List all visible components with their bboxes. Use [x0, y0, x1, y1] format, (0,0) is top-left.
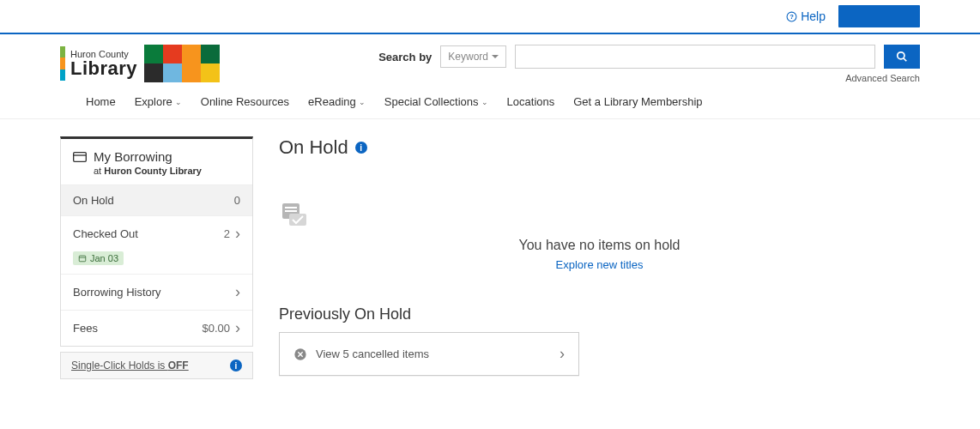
sidebar-item-label: Borrowing History — [73, 286, 161, 299]
nav-home[interactable]: Home — [86, 95, 116, 108]
sidebar-subtitle: at Huron County Library — [94, 166, 240, 176]
search-type-value: Keyword — [448, 51, 488, 63]
chevron-down-icon: ⌄ — [481, 98, 488, 106]
search-by-label: Search by — [378, 51, 432, 63]
on-hold-count: 0 — [234, 194, 240, 207]
page-title: On Hold i — [279, 136, 920, 159]
nav-special-collections[interactable]: Special Collections⌄ — [384, 95, 488, 108]
my-borrowing-panel: My Borrowing at Huron County Library On … — [60, 136, 253, 347]
account-button[interactable] — [838, 5, 920, 27]
cancelled-label: View 5 cancelled items — [316, 347, 429, 360]
view-cancelled-button[interactable]: View 5 cancelled items — [279, 332, 579, 376]
sidebar-item-on-hold[interactable]: On Hold 0 — [61, 184, 252, 215]
empty-message: You have no items on hold — [279, 238, 920, 253]
empty-holds-icon — [279, 202, 310, 229]
sidebar-item-label: On Hold — [73, 194, 114, 207]
sidebar-column: My Borrowing at Huron County Library On … — [60, 136, 253, 379]
search-area: Search by Keyword Advanced Search — [254, 45, 920, 83]
sidebar-item-label: Fees — [73, 322, 98, 335]
card-icon — [73, 152, 87, 162]
help-link[interactable]: ? Help — [786, 9, 826, 23]
chevron-down-icon: ⌄ — [359, 98, 366, 106]
svg-rect-10 — [285, 210, 297, 212]
cancel-icon — [293, 347, 307, 361]
chevron-right-icon — [235, 225, 240, 243]
single-click-label: Single-Click Holds is OFF — [71, 360, 189, 372]
sidebar-item-history[interactable]: Borrowing History — [61, 274, 252, 310]
sidebar-item-checked-out[interactable]: Checked Out 2 — [61, 215, 252, 251]
info-icon[interactable]: i — [230, 360, 242, 372]
nav-membership[interactable]: Get a Library Membership — [573, 95, 702, 108]
svg-rect-6 — [79, 256, 86, 262]
svg-rect-9 — [285, 207, 297, 208]
help-icon: ? — [786, 11, 797, 22]
top-bar: ? Help — [0, 0, 980, 34]
chevron-right-icon — [235, 283, 240, 301]
nav-online-resources[interactable]: Online Resources — [201, 95, 289, 108]
single-click-holds-toggle[interactable]: Single-Click Holds is OFF i — [60, 352, 253, 379]
svg-text:?: ? — [789, 13, 794, 21]
svg-rect-11 — [289, 214, 306, 226]
logo[interactable]: Huron County Library — [60, 45, 220, 82]
explore-link[interactable]: Explore new titles — [279, 258, 920, 271]
svg-line-3 — [904, 58, 907, 62]
chevron-down-icon: ⌄ — [175, 98, 182, 106]
previously-on-hold-title: Previously On Hold — [279, 305, 920, 323]
svg-point-2 — [898, 52, 904, 59]
nav-locations[interactable]: Locations — [507, 95, 555, 108]
fees-amount: $0.00 — [202, 322, 230, 335]
main-nav: Home Explore⌄ Online Resources eReading⌄… — [0, 83, 980, 119]
advanced-search-link[interactable]: Advanced Search — [845, 73, 920, 83]
content-area: On Hold i You have no items on hold Expl… — [279, 136, 920, 376]
nav-ereading[interactable]: eReading⌄ — [308, 95, 366, 108]
sidebar-title: My Borrowing — [94, 149, 172, 164]
logo-accent-bar — [60, 46, 65, 81]
calendar-icon — [78, 254, 87, 263]
sidebar-item-label: Checked Out — [73, 227, 138, 240]
due-date-badge: Jan 03 — [73, 251, 124, 265]
search-type-select[interactable]: Keyword — [440, 45, 506, 68]
search-button[interactable] — [884, 45, 920, 69]
info-icon[interactable]: i — [355, 142, 367, 154]
search-icon — [896, 51, 908, 63]
svg-rect-4 — [74, 152, 87, 161]
chevron-right-icon — [560, 345, 565, 363]
sidebar-header: My Borrowing at Huron County Library — [61, 139, 252, 184]
search-input[interactable] — [515, 45, 875, 69]
sidebar-item-fees[interactable]: Fees $0.00 — [61, 310, 252, 346]
logo-text: Huron County Library — [70, 50, 137, 78]
logo-library: Library — [70, 59, 137, 78]
header: Huron County Library Search by Keyword A… — [0, 34, 980, 83]
checked-out-count: 2 — [224, 227, 230, 240]
chevron-right-icon — [235, 319, 240, 337]
nav-explore[interactable]: Explore⌄ — [135, 95, 182, 108]
empty-state: You have no items on hold Explore new ti… — [279, 202, 920, 271]
help-label: Help — [801, 9, 826, 23]
logo-tiles — [144, 45, 220, 82]
